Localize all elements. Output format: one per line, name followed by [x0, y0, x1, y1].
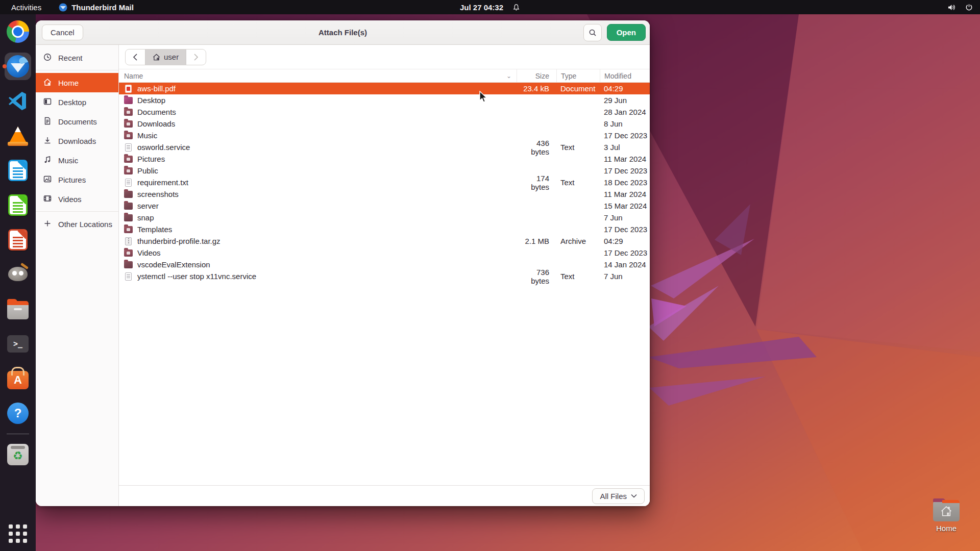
- clock-menu[interactable]: Jul 27 04:32: [460, 3, 520, 12]
- sidebar-item-pictures[interactable]: Pictures: [36, 170, 118, 189]
- sidebar-item-music[interactable]: Music: [36, 151, 118, 170]
- dock-item-vscode[interactable]: [2, 84, 34, 118]
- open-button[interactable]: Open: [607, 24, 646, 41]
- dock-item-gimp[interactable]: [2, 257, 34, 292]
- ubuntu-software-icon: A: [6, 367, 30, 390]
- libreoffice-writer-icon: [6, 159, 30, 182]
- focused-app-menu[interactable]: Thunderbird Mail: [59, 3, 134, 12]
- dock-item-files[interactable]: [2, 292, 34, 327]
- text-file-icon: [125, 179, 132, 187]
- column-size[interactable]: Size: [517, 69, 556, 82]
- help-icon: ?: [6, 402, 30, 425]
- dock-item-help[interactable]: ?: [2, 396, 34, 431]
- sidebar-item-documents[interactable]: Documents: [36, 112, 118, 131]
- file-row[interactable]: aws-bill.pdf 23.4 kB Document 04:29: [119, 83, 650, 94]
- column-name[interactable]: Name ⌄: [119, 72, 517, 80]
- gimp-icon: [6, 263, 30, 286]
- dock: >_A?♻: [0, 14, 36, 551]
- sidebar-item-home[interactable]: Home: [36, 73, 118, 92]
- dialog-titlebar: Cancel Attach File(s) Open: [36, 20, 650, 45]
- dock-item-vlc[interactable]: [2, 118, 34, 153]
- dock-item-libreoffice-calc[interactable]: [2, 188, 34, 222]
- sidebar-item-videos[interactable]: Videos: [36, 189, 118, 209]
- desktop: Activities Thunderbird Mail Jul 27 04:32…: [0, 0, 980, 551]
- dock-item-terminal[interactable]: >_: [2, 327, 34, 361]
- trash-icon: ♻: [6, 443, 30, 466]
- plus-icon: [43, 219, 52, 229]
- dock-item-libreoffice-writer[interactable]: [2, 153, 34, 188]
- dock-item-trash[interactable]: ♻: [2, 437, 34, 472]
- text-file-icon: [125, 272, 132, 281]
- picture-icon: [43, 175, 52, 185]
- file-row[interactable]: Documents 28 Jan 2024: [119, 106, 650, 118]
- folder-icon: [124, 203, 133, 210]
- top-bar: Activities Thunderbird Mail Jul 27 04:32: [0, 0, 980, 14]
- video-icon: [43, 194, 52, 204]
- file-row[interactable]: Desktop 29 Jun: [119, 94, 650, 106]
- show-applications-button[interactable]: [2, 516, 34, 551]
- file-row[interactable]: Videos 17 Dec 2023: [119, 247, 650, 259]
- notification-bell-icon: [512, 4, 520, 11]
- file-row[interactable]: Pictures 11 Mar 2024: [119, 153, 650, 165]
- mouse-cursor: [479, 91, 490, 103]
- path-bar: user: [119, 45, 650, 69]
- dock-item-thunderbird[interactable]: [2, 49, 34, 84]
- volume-icon: [947, 4, 956, 11]
- home-icon: [153, 54, 160, 61]
- sidebar-separator: [36, 211, 118, 212]
- folder-icon: [124, 120, 133, 128]
- activities-button[interactable]: Activities: [8, 2, 44, 13]
- file-row[interactable]: requirement.txt 174 bytes Text 18 Dec 20…: [119, 177, 650, 188]
- sidebar-item-desktop[interactable]: Desktop: [36, 92, 118, 112]
- dock-item-chrome[interactable]: [2, 14, 34, 49]
- file-row[interactable]: screenshots 11 Mar 2024: [119, 188, 650, 200]
- dialog-footer: All Files: [119, 485, 650, 506]
- sidebar-item-other-locations[interactable]: Other Locations: [36, 214, 118, 234]
- file-list[interactable]: aws-bill.pdf 23.4 kB Document 04:29 Desk…: [119, 83, 650, 485]
- search-icon: [589, 29, 597, 37]
- desktop-icon: [43, 97, 52, 107]
- sidebar-item-recent[interactable]: Recent: [36, 48, 118, 67]
- sidebar-item-downloads[interactable]: Downloads: [36, 131, 118, 151]
- file-filter-dropdown[interactable]: All Files: [592, 488, 645, 504]
- thunderbird-icon: [6, 55, 30, 78]
- cancel-button[interactable]: Cancel: [42, 24, 83, 40]
- vscode-icon: [6, 89, 30, 113]
- sidebar-separator: [36, 70, 118, 70]
- dock-item-ubuntu-software[interactable]: A: [2, 361, 34, 396]
- file-row[interactable]: Downloads 8 Jun: [119, 118, 650, 130]
- clock-icon: [43, 53, 52, 63]
- file-row[interactable]: osworld.service 436 bytes Text 3 Jul: [119, 141, 650, 153]
- libreoffice-calc-icon: [6, 193, 30, 217]
- forward-button[interactable]: [186, 49, 206, 65]
- column-type[interactable]: Type: [556, 69, 600, 82]
- breadcrumb-current[interactable]: user: [145, 49, 186, 65]
- desktop-icon-home[interactable]: Home: [929, 501, 964, 533]
- file-row[interactable]: server 15 Mar 2024: [119, 200, 650, 212]
- file-row[interactable]: Templates 17 Dec 2023: [119, 223, 650, 235]
- file-row[interactable]: Music 17 Dec 2023: [119, 130, 650, 141]
- folder-icon: [124, 191, 133, 198]
- back-button[interactable]: [126, 49, 145, 65]
- dock-item-libreoffice-impress[interactable]: [2, 222, 34, 257]
- files-icon: [6, 297, 30, 321]
- libreoffice-impress-icon: [6, 228, 30, 252]
- column-modified[interactable]: Modified: [600, 69, 650, 82]
- attach-files-dialog: Cancel Attach File(s) Open Recent Home D…: [36, 20, 650, 506]
- file-row[interactable]: Public 17 Dec 2023: [119, 165, 650, 177]
- vlc-icon: [6, 124, 30, 147]
- file-row[interactable]: snap 7 Jun: [119, 212, 650, 223]
- folder-icon: [124, 249, 133, 257]
- file-row[interactable]: ystemctl --user stop x11vnc.service 736 …: [119, 270, 650, 282]
- file-row[interactable]: vscodeEvalExtension 14 Jan 2024: [119, 259, 650, 270]
- folder-icon: [124, 226, 133, 233]
- system-status-area[interactable]: [947, 4, 973, 11]
- folder-icon: [124, 109, 133, 116]
- folder-icon: [124, 97, 133, 104]
- folder-icon: [124, 132, 133, 139]
- home-icon: [43, 78, 52, 88]
- sort-descending-icon: ⌄: [506, 72, 517, 80]
- search-button[interactable]: [583, 24, 602, 41]
- file-row[interactable]: thunderbird-profile.tar.gz 2.1 MB Archiv…: [119, 235, 650, 247]
- show-apps-grid-icon: [6, 522, 30, 545]
